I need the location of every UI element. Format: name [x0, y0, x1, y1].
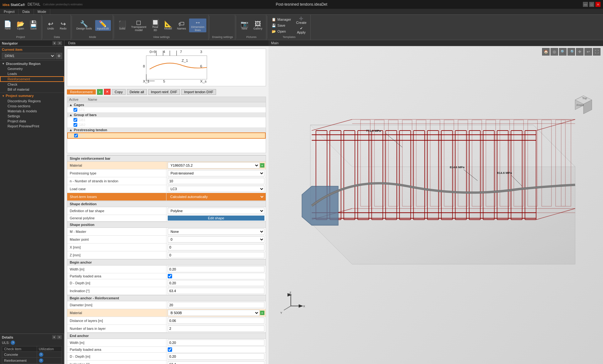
- gallery-button[interactable]: 🖼 Gallery: [252, 20, 264, 31]
- add-begin-material-button[interactable]: +: [260, 311, 264, 315]
- material-select[interactable]: Y1860S7-15.2: [168, 162, 259, 169]
- concrete-info-icon[interactable]: ?: [39, 352, 43, 357]
- tab-mode[interactable]: Mode: [34, 9, 51, 14]
- nav-geometry[interactable]: Geometry: [0, 66, 64, 71]
- list-item[interactable]: ST1: [67, 107, 266, 112]
- design-tools-button[interactable]: 🔧 Design tools: [74, 20, 94, 31]
- dimension-lines-button[interactable]: ↔ Dimensionlines: [189, 19, 206, 32]
- names-button[interactable]: 🏷 Names: [175, 20, 188, 31]
- apply-button[interactable]: ✔ Apply: [294, 26, 308, 35]
- x-mm-input[interactable]: [168, 244, 264, 250]
- new-picture-button[interactable]: 📷 New: [239, 20, 250, 31]
- tab-data[interactable]: Data: [19, 9, 34, 14]
- close-button[interactable]: ✕: [595, 2, 600, 7]
- number-of-strands-input[interactable]: [168, 178, 264, 184]
- discontinuity-region-header[interactable]: ▼ Discontinuity Region: [0, 61, 64, 66]
- end-partially-loaded-checkbox[interactable]: [168, 347, 172, 352]
- navigator-pin-button[interactable]: ▾: [52, 41, 57, 45]
- undo-button[interactable]: ↩ Undo: [45, 20, 56, 31]
- import-reinf-dxf-button[interactable]: Import reinf. DXF: [148, 89, 180, 95]
- definition-of-bar-shape-select[interactable]: Polyline: [168, 208, 264, 214]
- fullscreen-button[interactable]: ⛶: [593, 48, 600, 56]
- group-of-bars-section[interactable]: ▲ Group of bars: [67, 112, 266, 117]
- end-depth-input[interactable]: [168, 353, 264, 360]
- new-button[interactable]: 📄 New: [2, 20, 14, 31]
- begin-partially-loaded-checkbox[interactable]: [168, 274, 172, 278]
- end-inclination-input[interactable]: [168, 361, 264, 364]
- end-width-input[interactable]: [168, 340, 264, 346]
- list-item[interactable]: GB2: [67, 122, 266, 127]
- delete-all-button[interactable]: Delete all: [127, 89, 147, 95]
- main-tab[interactable]: Main: [271, 41, 279, 45]
- drm-config-button[interactable]: ⚙: [56, 53, 62, 59]
- load-case-select[interactable]: LC3: [168, 186, 264, 192]
- short-term-losses-select[interactable]: Calculated automatically: [168, 194, 264, 200]
- nav-materials-models[interactable]: Materials & models: [0, 109, 64, 114]
- minimize-button[interactable]: —: [583, 2, 588, 7]
- prestressing-tendon-section[interactable]: ▲ Prestressing tendon: [67, 127, 266, 132]
- reinforcement-info-icon[interactable]: ?: [39, 358, 43, 363]
- begin-diameter-input[interactable]: [168, 302, 264, 308]
- prestressing-type-select[interactable]: Post-tensioned: [168, 170, 264, 176]
- save-button[interactable]: 💾 Save: [28, 20, 39, 31]
- copy-button[interactable]: Copy: [112, 89, 126, 95]
- undo-view-button[interactable]: ↩: [584, 48, 592, 56]
- main-view-content[interactable]: 🏠 ◎ 🔍 🔎 ✛ ↩ ⛶: [269, 46, 603, 364]
- template-save-button[interactable]: 💾 Save: [270, 23, 293, 28]
- create-button[interactable]: ➕ Create: [294, 16, 308, 25]
- nav-cross-sections[interactable]: Cross-sections: [0, 104, 64, 109]
- begin-inclination-input[interactable]: [168, 288, 264, 294]
- add-material-button[interactable]: +: [260, 163, 264, 168]
- nav-reinforcement[interactable]: Reinforcement: [0, 76, 64, 82]
- import-tendon-dxf-button[interactable]: Import tendon DXF: [181, 89, 216, 95]
- nav-check[interactable]: Check: [0, 82, 64, 87]
- manager-button[interactable]: 📋 Manager: [270, 17, 293, 22]
- pt1-checkbox[interactable]: [74, 134, 78, 137]
- concrete-util[interactable]: ?: [37, 352, 62, 358]
- home-view-button[interactable]: 🏠: [542, 48, 550, 56]
- begin-number-bars-input[interactable]: [168, 325, 264, 332]
- drm-select[interactable]: DRM1: [2, 53, 55, 59]
- master-select[interactable]: None: [168, 228, 264, 235]
- cages-section[interactable]: ▲ Cages: [67, 102, 266, 107]
- uls-info-icon[interactable]: ?: [11, 340, 15, 345]
- real3d-button[interactable]: 🔲 Real3D: [149, 19, 161, 32]
- pan-button[interactable]: ✛: [576, 48, 584, 56]
- nav-settings[interactable]: Settings: [0, 114, 64, 119]
- nav-report-preview[interactable]: Report Preview/Print: [0, 124, 64, 129]
- reinforcement-util[interactable]: ?: [37, 358, 62, 364]
- reinforcement-tab-button[interactable]: Reinforcement: [67, 89, 96, 94]
- tab-project[interactable]: Project: [0, 9, 19, 14]
- st1-checkbox[interactable]: [73, 108, 77, 112]
- orbit-button[interactable]: ◎: [551, 48, 558, 56]
- project-summary-header[interactable]: ▼ Project summary: [0, 93, 64, 99]
- z-mm-input[interactable]: [168, 252, 264, 258]
- open-button[interactable]: 📂 Open: [15, 20, 26, 31]
- edit-shape-button[interactable]: Edit shape: [168, 216, 264, 221]
- transparent-button[interactable]: ◻ Transparentmodel: [129, 19, 148, 32]
- zoom-in-button[interactable]: 🔍: [559, 48, 567, 56]
- navigator-close-button[interactable]: ✕: [57, 41, 62, 45]
- begin-width-input[interactable]: [168, 266, 264, 272]
- begin-distance-input[interactable]: [168, 318, 264, 324]
- gb1-checkbox[interactable]: [73, 118, 77, 122]
- nav-project-data[interactable]: Project data: [0, 119, 64, 124]
- nav-loads[interactable]: Loads: [0, 71, 64, 76]
- maximize-button[interactable]: □: [589, 2, 594, 7]
- details-pin-button[interactable]: ▾: [52, 335, 56, 339]
- template-open-button[interactable]: 📂 Open: [270, 29, 293, 34]
- master-point-select[interactable]: 0: [168, 236, 264, 243]
- details-close-button[interactable]: ✕: [57, 335, 62, 339]
- gb2-checkbox[interactable]: [73, 123, 77, 127]
- list-item[interactable]: PT1: [67, 132, 266, 139]
- begin-depth-input[interactable]: [168, 280, 264, 286]
- begin-material-select[interactable]: B 500B: [168, 310, 259, 316]
- remove-reinforcement-button[interactable]: ✕: [104, 89, 111, 95]
- nav-discontinuity-regions[interactable]: Discontinuity Regions: [0, 99, 64, 104]
- list-item[interactable]: GB1: [67, 117, 266, 122]
- model-button[interactable]: 📐 Model: [162, 20, 174, 31]
- zoom-out-button[interactable]: 🔎: [568, 48, 575, 56]
- add-reinforcement-button[interactable]: +: [97, 89, 103, 95]
- nav-bill-of-material[interactable]: Bill of material: [0, 87, 64, 92]
- redo-button[interactable]: ↪ Redo: [57, 20, 69, 31]
